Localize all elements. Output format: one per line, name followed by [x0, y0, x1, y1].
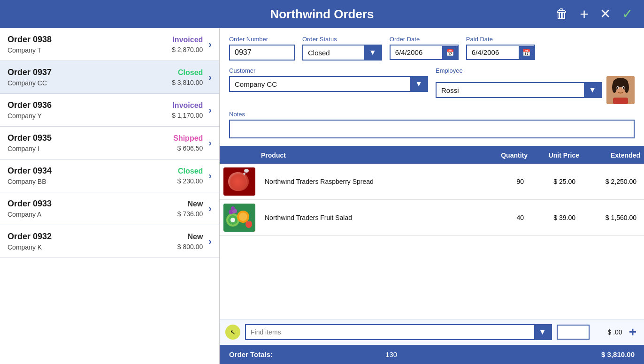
order-chevron-icon: ›: [208, 39, 212, 50]
order-info: Order 0933 Company A: [8, 199, 177, 218]
order-number: Order 0937: [8, 68, 172, 77]
customer-label: Customer: [229, 67, 428, 74]
order-item[interactable]: Order 0932 Company K New $ 800.00 ›: [0, 225, 219, 258]
order-amount: $ 1,170.00: [172, 112, 203, 119]
paid-date-picker[interactable]: 📅: [466, 45, 535, 60]
order-company: Company CC: [8, 79, 172, 87]
order-number: Order 0934: [8, 166, 177, 176]
order-right: Shipped $ 606.50: [173, 134, 203, 152]
svg-point-26: [245, 220, 252, 228]
order-item[interactable]: Order 0936 Company Y Invoiced $ 1,170.00…: [0, 94, 219, 127]
order-status: Invoiced: [172, 36, 203, 44]
find-items-wrapper[interactable]: ▼: [245, 324, 552, 340]
order-info: Order 0938 Company T: [8, 35, 172, 54]
paid-date-group: Paid Date 📅: [466, 36, 535, 60]
order-info: Order 0935 Company I: [8, 133, 173, 152]
order-number: Order 0936: [8, 100, 172, 110]
order-status: Invoiced: [172, 101, 203, 110]
svg-rect-5: [613, 98, 628, 104]
svg-rect-13: [239, 172, 245, 181]
svg-point-11: [230, 172, 249, 191]
order-company: Company A: [8, 211, 177, 218]
order-item[interactable]: Order 0933 Company A New $ 736.00 ›: [0, 192, 219, 225]
employee-label: Employee: [436, 67, 635, 74]
employee-dropdown-btn[interactable]: ▼: [584, 83, 601, 97]
notes-group: Notes: [229, 111, 635, 138]
header-actions: 🗑 + ✕ ✓: [552, 5, 636, 23]
svg-point-14: [244, 169, 249, 173]
order-status-dropdown-btn[interactable]: ▼: [364, 46, 381, 60]
order-date-label: Order Date: [390, 36, 459, 43]
order-info: Order 0934 Company BB: [8, 166, 177, 185]
product-quantity: 90: [481, 178, 528, 185]
table-row[interactable]: Northwind Traders Raspberry Spread 90 $ …: [220, 164, 644, 200]
order-right: Invoiced $ 2,870.00: [172, 36, 203, 53]
table-row[interactable]: Northwind Traders Fruit Salad 40 $ 39.00…: [220, 200, 644, 236]
order-right: New $ 736.00: [177, 200, 203, 218]
add-item-row: ↖ ▼ $ .00 +: [220, 319, 644, 345]
add-item-button[interactable]: +: [627, 325, 638, 340]
find-items-input[interactable]: [246, 326, 534, 339]
confirm-button[interactable]: ✓: [618, 6, 636, 23]
svg-point-9: [623, 87, 624, 89]
order-status-group: Order Status ▼: [302, 36, 382, 61]
order-amount: $ 2,870.00: [172, 46, 203, 53]
svg-point-29: [231, 206, 235, 210]
order-number: Order 0932: [8, 232, 177, 242]
product-name: Northwind Traders Raspberry Spread: [261, 178, 481, 185]
products-table-header: Product Quantity Unit Price Extended: [220, 147, 644, 164]
customer-value[interactable]: [230, 77, 410, 91]
order-amount: $ 606.50: [173, 144, 203, 152]
order-number-label: Order Number: [229, 36, 295, 43]
employee-value[interactable]: [437, 83, 584, 97]
product-extended: $ 1,560.00: [579, 214, 640, 221]
svg-point-25: [239, 212, 247, 221]
order-amount: $ 230.00: [177, 177, 203, 185]
paid-date-input[interactable]: [467, 46, 519, 59]
fruitsalad-img: [223, 204, 255, 232]
order-chevron-icon: ›: [208, 236, 212, 247]
customer-dropdown-btn[interactable]: ▼: [410, 77, 427, 91]
order-amount: $ 736.00: [177, 210, 203, 218]
order-chevron-icon: ›: [208, 105, 212, 115]
notes-input[interactable]: [229, 120, 635, 138]
order-item[interactable]: Order 0935 Company I Shipped $ 606.50 ›: [0, 127, 219, 159]
order-status: Closed: [172, 68, 203, 77]
order-date-picker[interactable]: 📅: [390, 45, 459, 60]
order-number: Order 0935: [8, 133, 173, 143]
col-unit-price-label: Unit Price: [528, 152, 579, 159]
product-image: [223, 204, 255, 232]
order-number-input[interactable]: [229, 45, 295, 61]
customer-group: Customer ▼: [229, 67, 428, 92]
order-item[interactable]: Order 0934 Company BB Closed $ 230.00 ›: [0, 159, 219, 192]
order-company: Company K: [8, 243, 177, 251]
notes-label: Notes: [229, 111, 635, 118]
customer-select[interactable]: ▼: [229, 76, 428, 92]
employee-select[interactable]: ▼: [436, 82, 602, 98]
order-item[interactable]: Order 0937 Company CC Closed $ 3,810.00 …: [0, 61, 219, 94]
order-status: New: [177, 200, 203, 208]
order-item[interactable]: Order 0938 Company T Invoiced $ 2,870.00…: [0, 28, 219, 61]
col-extended-label: Extended: [579, 152, 640, 159]
paid-date-calendar-btn[interactable]: 📅: [519, 46, 534, 59]
order-company: Company T: [8, 46, 172, 54]
order-status: Closed: [177, 167, 203, 175]
find-items-dropdown-btn[interactable]: ▼: [534, 325, 551, 339]
order-status-select[interactable]: ▼: [302, 45, 382, 61]
col-product-label: Product: [261, 152, 481, 159]
delete-button[interactable]: 🗑: [552, 6, 572, 23]
svg-point-19: [240, 182, 243, 185]
svg-point-12: [233, 175, 246, 188]
form-row-1: Order Number Order Status ▼ Order Date 📅: [229, 36, 635, 61]
order-right: Invoiced $ 1,170.00: [172, 101, 203, 119]
order-company: Company I: [8, 145, 173, 152]
order-status-value[interactable]: [303, 46, 364, 60]
close-button[interactable]: ✕: [596, 6, 614, 23]
order-date-input[interactable]: [391, 46, 442, 59]
order-number-group: Order Number: [229, 36, 295, 61]
order-date-calendar-btn[interactable]: 📅: [442, 46, 458, 59]
employee-photo: [606, 76, 635, 104]
add-qty-input[interactable]: [557, 325, 590, 340]
order-info: Order 0932 Company K: [8, 232, 177, 251]
add-record-button[interactable]: +: [576, 5, 592, 23]
